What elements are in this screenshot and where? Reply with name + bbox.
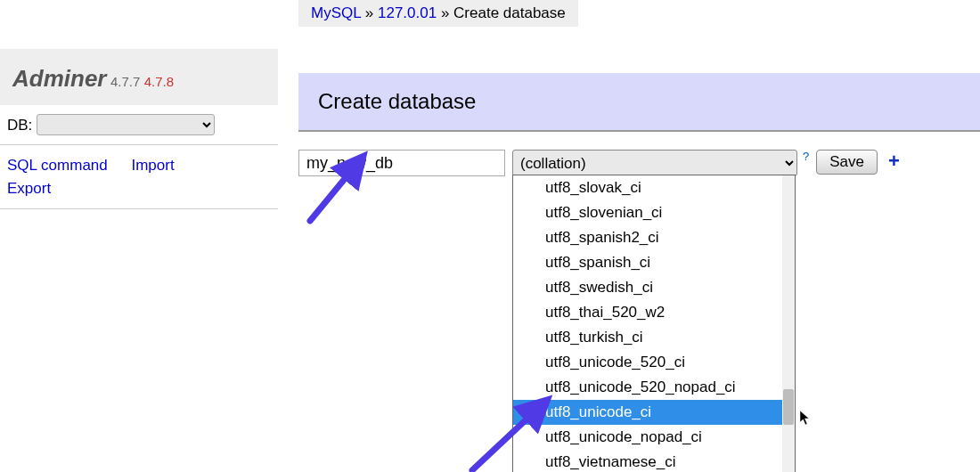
collation-listbox[interactable]: utf8_slovak_ciutf8_slovenian_ciutf8_span… [512, 175, 796, 472]
app-title: Adminer [12, 65, 106, 92]
breadcrumb-sep: » [441, 4, 453, 21]
collation-option[interactable]: utf8_unicode_ci [513, 400, 795, 425]
collation-option[interactable]: utf8_slovenian_ci [513, 200, 795, 225]
app-version: 4.7.7 [110, 74, 140, 89]
collation-help-link[interactable]: ? [803, 150, 809, 163]
collation-option[interactable]: utf8_vietnamese_ci [513, 450, 795, 472]
dbname-input[interactable] [298, 150, 505, 176]
app-title-box: Adminer 4.7.7 4.7.8 [0, 49, 278, 105]
collation-option[interactable]: utf8_unicode_520_ci [513, 350, 795, 375]
import-link[interactable]: Import [131, 154, 174, 177]
cursor-icon [799, 410, 812, 426]
db-label: DB: [7, 117, 32, 134]
listbox-scrollbar[interactable] [782, 175, 795, 472]
create-db-form: (collation) utf8_slovak_ciutf8_slovenian… [298, 150, 980, 176]
breadcrumb: MySQL » 127.0.01 » Create database [298, 0, 578, 27]
collation-option[interactable]: utf8_spanish_ci [513, 250, 795, 275]
collation-option[interactable]: utf8_slovak_ci [513, 175, 795, 200]
collation-option[interactable]: utf8_spanish2_ci [513, 225, 795, 250]
page-heading-bar: Create database [298, 73, 980, 132]
collation-option[interactable]: utf8_swedish_ci [513, 275, 795, 300]
db-select[interactable] [37, 114, 215, 135]
breadcrumb-sep: » [365, 4, 378, 21]
collation-option[interactable]: utf8_thai_520_w2 [513, 300, 795, 325]
sql-command-link[interactable]: SQL command [7, 154, 108, 177]
page-title: Create database [318, 89, 960, 114]
db-selector-row: DB: [0, 105, 278, 145]
sidebar-links: SQL command Import Export [0, 145, 278, 209]
export-link[interactable]: Export [7, 177, 51, 200]
breadcrumb-host[interactable]: 127.0.01 [378, 4, 437, 21]
collation-option[interactable]: utf8_unicode_520_nopad_ci [513, 375, 795, 400]
collation-option[interactable]: utf8_turkish_ci [513, 325, 795, 350]
app-latest-version: 4.7.8 [144, 74, 174, 89]
scrollbar-thumb[interactable] [783, 389, 794, 425]
collation-select[interactable]: (collation) [512, 150, 797, 176]
add-button[interactable]: + [885, 150, 903, 173]
breadcrumb-current: Create database [453, 4, 566, 21]
save-button[interactable]: Save [816, 150, 878, 175]
collation-option[interactable]: utf8_unicode_nopad_ci [513, 425, 795, 450]
breadcrumb-driver[interactable]: MySQL [311, 4, 361, 21]
